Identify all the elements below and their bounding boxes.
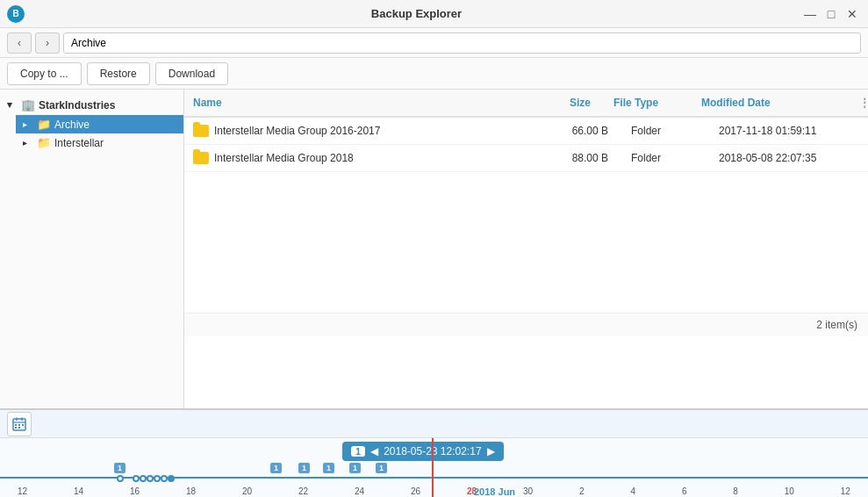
file-name-1: Interstellar Media Group 2018 bbox=[214, 152, 354, 164]
svg-rect-8 bbox=[18, 427, 20, 429]
file-cell-size-1: 88.00 B bbox=[543, 148, 622, 168]
back-button[interactable]: ‹ bbox=[7, 32, 32, 54]
col-header-size[interactable]: Size bbox=[526, 90, 605, 116]
forward-button[interactable]: › bbox=[35, 32, 60, 54]
maximize-button[interactable]: □ bbox=[822, 5, 840, 23]
timeline-small-badge-1: 1 bbox=[270, 463, 282, 473]
timeline-month-label: 2018 Jun bbox=[474, 486, 515, 497]
timeline-dot-6[interactable] bbox=[168, 475, 175, 482]
root-folder-icon: 🏢 bbox=[21, 98, 35, 112]
file-cell-type-1: Folder bbox=[622, 148, 710, 168]
app-icon: B bbox=[7, 5, 25, 23]
timeline-small-badge-5: 1 bbox=[376, 463, 387, 473]
file-cell-date-0: 2017-11-18 01:59:11 bbox=[710, 121, 868, 140]
timeline-popup: 1 ◀ 2018-05-28 12:02:17 ▶ bbox=[342, 442, 504, 461]
timeline-dots-container bbox=[0, 475, 868, 482]
sidebar: ▾ 🏢 StarkIndustries ▸ 📁 Archive ▸ 📁 Inte… bbox=[0, 90, 184, 408]
timeline-dot-1[interactable] bbox=[133, 475, 140, 482]
window-controls: — □ ✕ bbox=[801, 5, 861, 23]
timeline-dot-0[interactable] bbox=[117, 475, 124, 482]
timeline-dot-5[interactable] bbox=[161, 475, 168, 482]
folder-icon-1 bbox=[193, 152, 209, 164]
file-list: Name Size File Type Modified Date ⋮ Inte… bbox=[184, 90, 868, 408]
timeline-body: 1 ◀ 2018-05-28 12:02:17 ▶ 1 1 1 1 1 1 bbox=[0, 438, 868, 497]
download-button[interactable]: Download bbox=[155, 62, 228, 85]
timeline-small-badge-2: 1 bbox=[298, 463, 310, 473]
timeline-dot-3[interactable] bbox=[147, 475, 154, 482]
restore-button[interactable]: Restore bbox=[87, 62, 150, 85]
empty-area bbox=[184, 172, 868, 313]
toolbar: Copy to ... Restore Download bbox=[0, 58, 868, 90]
interstellar-arrow-icon: ▸ bbox=[23, 138, 35, 148]
timeline-left-arrow[interactable]: ◀ bbox=[370, 445, 378, 457]
main-area: ▾ 🏢 StarkIndustries ▸ 📁 Archive ▸ 📁 Inte… bbox=[0, 90, 868, 409]
sidebar-item-interstellar[interactable]: ▸ 📁 Interstellar bbox=[16, 133, 183, 152]
interstellar-folder-icon: 📁 bbox=[37, 136, 51, 149]
timeline-badge: 1 bbox=[351, 446, 365, 457]
timeline-dot-2[interactable] bbox=[140, 475, 147, 482]
sidebar-item-archive[interactable]: ▸ 📁 Archive bbox=[16, 115, 183, 133]
archive-label: Archive bbox=[54, 119, 90, 131]
col-header-more[interactable]: ⋮ bbox=[850, 90, 868, 116]
calendar-icon[interactable] bbox=[7, 412, 32, 436]
tree-root-starkindustries[interactable]: ▾ 🏢 StarkIndustries bbox=[0, 95, 183, 115]
address-bar: ‹ › bbox=[0, 28, 868, 58]
file-cell-name-1: Interstellar Media Group 2018 bbox=[184, 148, 543, 168]
col-header-type[interactable]: File Type bbox=[605, 90, 692, 116]
file-cell-name-0: Interstellar Media Group 2016-2017 bbox=[184, 121, 543, 140]
col-header-date[interactable]: Modified Date bbox=[692, 90, 850, 116]
file-name-0: Interstellar Media Group 2016-2017 bbox=[214, 125, 380, 137]
file-list-header: Name Size File Type Modified Date ⋮ bbox=[184, 90, 868, 118]
svg-rect-4 bbox=[15, 424, 17, 426]
items-count: 2 item(s) bbox=[184, 313, 868, 336]
timeline-small-badge-0: 1 bbox=[114, 463, 126, 473]
folder-icon-0 bbox=[193, 125, 209, 137]
interstellar-label: Interstellar bbox=[54, 137, 104, 149]
svg-rect-6 bbox=[22, 424, 24, 426]
col-header-name[interactable]: Name bbox=[184, 90, 526, 116]
timeline: 1 ◀ 2018-05-28 12:02:17 ▶ 1 1 1 1 1 1 bbox=[0, 409, 868, 497]
copy-to-button[interactable]: Copy to ... bbox=[7, 62, 82, 85]
svg-rect-7 bbox=[15, 427, 17, 429]
archive-folder-icon: 📁 bbox=[37, 118, 51, 131]
minimize-button[interactable]: — bbox=[801, 5, 819, 23]
root-arrow-icon: ▾ bbox=[7, 99, 19, 111]
tree-children: ▸ 📁 Archive ▸ 📁 Interstellar bbox=[0, 115, 183, 152]
timeline-labels: 12 14 16 18 20 22 24 26 28 30 2 4 6 8 10… bbox=[0, 486, 868, 496]
file-cell-date-1: 2018-05-08 22:07:35 bbox=[710, 148, 868, 168]
file-cell-type-0: Folder bbox=[622, 121, 710, 140]
svg-rect-5 bbox=[18, 424, 20, 426]
table-row[interactable]: Interstellar Media Group 2016-2017 66.00… bbox=[184, 118, 868, 145]
timeline-dot-4[interactable] bbox=[154, 475, 161, 482]
timeline-right-arrow[interactable]: ▶ bbox=[487, 445, 495, 457]
root-label: StarkIndustries bbox=[39, 99, 115, 112]
file-cell-size-0: 66.00 B bbox=[543, 121, 622, 140]
app-title: Backup Explorer bbox=[32, 7, 801, 20]
archive-arrow-icon: ▸ bbox=[23, 119, 35, 129]
timeline-header bbox=[0, 410, 868, 438]
close-button[interactable]: ✕ bbox=[843, 5, 861, 23]
timeline-small-badge-4: 1 bbox=[349, 463, 361, 473]
table-row[interactable]: Interstellar Media Group 2018 88.00 B Fo… bbox=[184, 145, 868, 172]
timeline-cursor-line bbox=[432, 438, 434, 497]
timeline-small-badge-3: 1 bbox=[323, 463, 334, 473]
address-input[interactable] bbox=[63, 32, 861, 54]
title-bar: B Backup Explorer — □ ✕ bbox=[0, 0, 868, 28]
